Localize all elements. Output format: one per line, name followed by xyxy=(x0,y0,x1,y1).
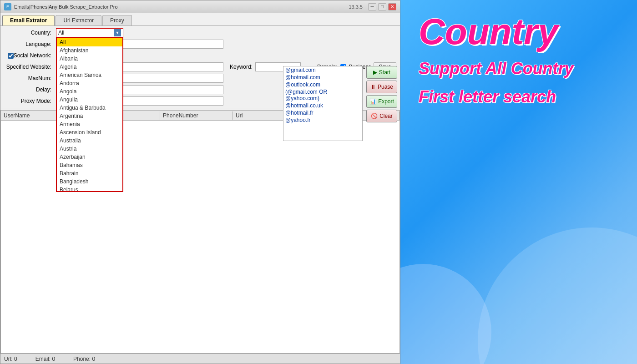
promo-title: Country xyxy=(419,14,558,50)
social-network-checkbox[interactable] xyxy=(8,53,14,59)
close-button[interactable]: ✕ xyxy=(388,3,396,10)
country-option-afghanistan[interactable]: Afghanistan xyxy=(57,46,122,55)
left-labels: Country: Language: Social Network: Speci… xyxy=(3,28,53,106)
phone-status: Phone: 0 xyxy=(73,356,95,362)
country-dropdown-list[interactable]: All Afghanistan Albania Algeria American… xyxy=(56,37,123,192)
promo-circle-big xyxy=(478,228,637,364)
title-bar: E Emails|Phones|Any Bulk Scrape_Extracto… xyxy=(0,0,400,13)
country-label: Country: xyxy=(3,28,53,38)
email-item-hotmail-fr[interactable]: @hotmail.fr xyxy=(283,109,362,116)
country-select[interactable]: All ▼ xyxy=(56,28,123,37)
email-list-area: @gmail.com @hotmail.com @outlook.com (@g… xyxy=(283,66,363,141)
url-status: Url: 0 xyxy=(4,356,17,362)
social-network-label: Social Network: xyxy=(3,51,53,61)
specified-website-label: Specified Website: xyxy=(3,62,53,72)
export-button[interactable]: 📊 Export xyxy=(366,95,397,108)
tab-url-extractor[interactable]: Url Extractor xyxy=(56,15,101,25)
country-option-australia[interactable]: Australia xyxy=(57,136,122,145)
country-dropdown-wrapper: All ▼ All Afghanistan Albania Algeria Am… xyxy=(56,28,123,37)
country-option-andorra[interactable]: Andorra xyxy=(57,79,122,87)
delay-label: Delay: xyxy=(3,85,53,95)
phone-status-label: Phone: xyxy=(73,356,91,362)
clear-icon: 🚫 xyxy=(371,113,378,119)
email-status: Email: 0 xyxy=(35,356,55,362)
keyword-label: Keyword: xyxy=(230,64,253,70)
email-item-hotmail[interactable]: @hotmail.com xyxy=(283,74,362,81)
clear-button[interactable]: 🚫 Clear xyxy=(366,110,397,122)
app-window: E Emails|Phones|Any Bulk Scrape_Extracto… xyxy=(0,0,400,364)
country-option-azerbaijan[interactable]: Azerbaijan xyxy=(57,153,122,161)
email-item-yahoo-fr[interactable]: @yahoo.fr xyxy=(283,116,362,124)
window-title: Emails|Phones|Any Bulk Scrape_Extractor … xyxy=(14,4,118,10)
email-status-label: Email: xyxy=(35,356,51,362)
country-row: All ▼ All Afghanistan Albania Algeria Am… xyxy=(56,28,223,38)
tab-email-extrator[interactable]: Email Extrator xyxy=(2,15,55,25)
url-status-label: Url: xyxy=(4,356,13,362)
country-option-argentina[interactable]: Argentina xyxy=(57,112,122,120)
email-status-value: 0 xyxy=(52,356,55,362)
country-option-austria[interactable]: Austria xyxy=(57,145,122,153)
country-option-bahamas[interactable]: Bahamas xyxy=(57,161,122,169)
col-phone: PhoneNumber xyxy=(160,111,233,120)
maxnum-label: MaxNum: xyxy=(3,73,53,83)
inputs-column: All ▼ All Afghanistan Albania Algeria Am… xyxy=(56,28,223,106)
pause-icon: ⏸ xyxy=(370,84,376,90)
start-icon: ▶ xyxy=(373,69,377,76)
promo-first-letter-text: First letter search xyxy=(419,87,556,106)
country-option-all[interactable]: All xyxy=(57,38,122,46)
email-item-gmail[interactable]: @gmail.com xyxy=(283,66,362,74)
restore-button[interactable]: □ xyxy=(378,3,386,10)
country-selected-value: All xyxy=(58,30,114,36)
email-item-hotmail-uk[interactable]: @hotmail.co.uk xyxy=(283,102,362,109)
country-option-bangladesh[interactable]: Bangladesh xyxy=(57,177,122,186)
country-dropdown-arrow[interactable]: ▼ xyxy=(114,29,121,36)
promo-support-text: Support All Country xyxy=(419,59,574,78)
url-status-value: 0 xyxy=(14,356,17,362)
promo-panel: Country Support All Country First letter… xyxy=(400,0,637,364)
title-bar-right: 13.3.5 ─ □ ✕ xyxy=(349,3,396,10)
country-option-belarus[interactable]: Belarus xyxy=(57,186,122,192)
status-bar: Url: 0 Email: 0 Phone: 0 xyxy=(0,354,400,364)
minimize-button[interactable]: ─ xyxy=(368,3,376,10)
promo-circle-small xyxy=(400,264,491,364)
app-icon: E xyxy=(4,3,11,10)
version-label: 13.3.5 xyxy=(349,4,363,10)
country-option-albania[interactable]: Albania xyxy=(57,55,122,63)
tab-proxy[interactable]: Proxy xyxy=(102,15,132,25)
language-label: Language: xyxy=(3,39,53,49)
country-option-ascension[interactable]: Ascension Island xyxy=(57,128,122,136)
country-option-american-samoa[interactable]: American Samoa xyxy=(57,71,122,79)
email-item-gmail-yahoo[interactable]: (@gmail.com OR @yahoo.com) xyxy=(283,88,362,102)
pause-button[interactable]: ⏸ Puase xyxy=(366,81,397,93)
country-option-angola[interactable]: Angola xyxy=(57,87,122,96)
email-item-outlook[interactable]: @outlook.com xyxy=(283,81,362,88)
right-action-buttons: ▶ Start ⏸ Puase 📊 Export 🚫 Clear xyxy=(366,66,397,122)
country-option-bahrain[interactable]: Bahrain xyxy=(57,169,122,177)
app-inner: Country: Language: Social Network: Speci… xyxy=(0,26,400,364)
phone-status-value: 0 xyxy=(92,356,95,362)
country-option-algeria[interactable]: Algeria xyxy=(57,63,122,71)
proxy-mode-label: Proxy Mode: xyxy=(3,96,53,106)
country-option-antigua[interactable]: Antigua & Barbuda xyxy=(57,104,122,112)
country-option-armenia[interactable]: Armenia xyxy=(57,120,122,128)
title-bar-left: E Emails|Phones|Any Bulk Scrape_Extracto… xyxy=(4,3,118,10)
export-icon: 📊 xyxy=(369,98,376,105)
start-button[interactable]: ▶ Start xyxy=(366,66,397,79)
country-option-anguila[interactable]: Anguila xyxy=(57,96,122,104)
tabs-bar: Email Extrator Url Extractor Proxy xyxy=(0,13,400,26)
